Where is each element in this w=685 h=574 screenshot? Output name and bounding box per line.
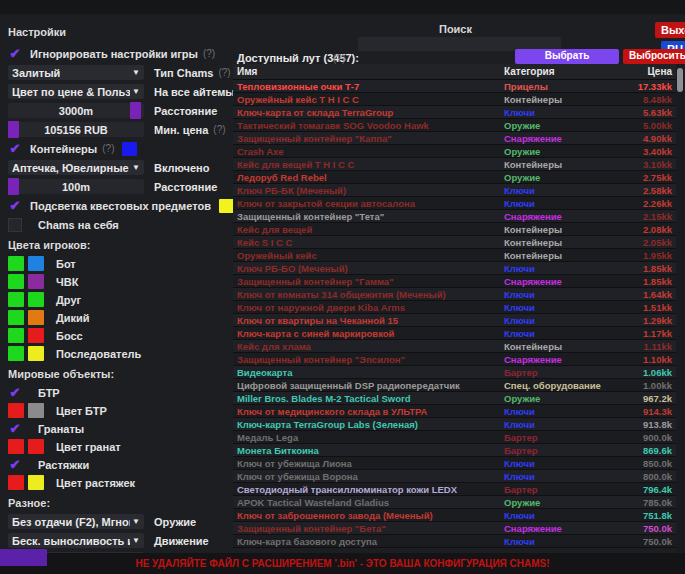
chams-type-value: Залитый [12,67,60,79]
help-hint[interactable]: (?) [333,53,345,64]
table-row[interactable]: Кейс для вещейКонтейнеры2.08kk [233,223,676,236]
invisible-color-swatch[interactable] [28,328,44,343]
table-row[interactable]: Ключ РБ-БК (Меченый)Ключи2.58kk [233,184,676,197]
item-category: Оружие [504,393,614,404]
visible-color-swatch[interactable] [8,256,24,271]
table-row[interactable]: Тепловизионные очки Т-7Прицелы17.33kk [233,80,676,93]
world-object-row: ✔Растяжки [8,457,233,472]
checkbox-unchecked-icon[interactable] [8,218,22,232]
checkbox-checked-icon[interactable]: ✔ [8,458,22,472]
invisible-color-swatch[interactable] [28,346,44,361]
color-swatch[interactable] [8,475,24,490]
table-row[interactable]: Защищенный контейнер "Гамма"Снаряжение1.… [233,275,676,288]
select-kappa-items-button[interactable]: Выбрать предметы каппа [515,49,619,64]
color-swatch[interactable] [28,403,44,418]
table-row[interactable]: Цифровой защищенный DSP радиопередатчикС… [233,379,676,392]
table-row[interactable]: Ключ от убежища ВоронаКлючи800.0k [233,470,676,483]
table-row[interactable]: Кейс для хламаКонтейнеры1.11kk [233,340,676,353]
invisible-color-swatch[interactable] [28,292,44,307]
checkbox-checked-icon[interactable]: ✔ [8,422,22,436]
column-header-category[interactable]: Категория [504,66,614,77]
chams-type-dropdown[interactable]: Залитый ▼ [8,65,144,80]
table-row[interactable]: Ледоруб Red RebelОружие2.75kk [233,171,676,184]
invisible-color-swatch[interactable] [28,310,44,325]
visible-color-swatch[interactable] [8,292,24,307]
help-hint[interactable]: (?) [218,67,230,78]
color-swatch[interactable] [28,475,44,490]
table-scrollbar[interactable] [676,64,684,553]
category-filter-dropdown[interactable]: Аптечка, Ювелирные и... ▼ [8,160,144,175]
scrollbar-thumb[interactable] [677,68,683,92]
containers-color-swatch[interactable] [122,142,137,156]
table-row[interactable]: Защищенный контейнер "Эпсилон"Снаряжение… [233,353,676,366]
invisible-color-swatch[interactable] [28,274,44,289]
table-row[interactable]: Crash AxeОружие3.40kk [233,145,676,158]
table-row[interactable]: Монета БиткоинаБартер869.6k [233,444,676,457]
visible-color-swatch[interactable] [8,310,24,325]
color-swatch[interactable] [8,403,24,418]
checkbox-checked-icon[interactable]: ✔ [8,142,22,156]
slider-handle[interactable] [8,121,19,138]
color-mode-dropdown[interactable]: Цвет по цене & Пользователь ▼ [8,84,144,99]
table-row[interactable]: Оружейный кейс Т Н I С СКонтейнеры8.48kk [233,93,676,106]
item-category: Ключи [504,107,614,118]
checkbox-checked-icon[interactable]: ✔ [8,386,22,400]
item-category: Контейнеры [504,224,614,235]
table-row[interactable]: Тактический томагавк SOG Voodoo HawkОруж… [233,119,676,132]
checkbox-checked-icon[interactable]: ✔ [8,199,22,213]
checkbox-checked-icon[interactable]: ✔ [8,47,22,61]
table-row[interactable]: Медаль LegaБартер900.0k [233,431,676,444]
exit-button[interactable]: Выход [655,22,685,38]
ignore-game-settings-row: ✔ Игнорировать настройки игры (?) [8,46,233,61]
visible-color-swatch[interactable] [8,274,24,289]
distance-slider[interactable]: 3000m [8,103,144,118]
visible-color-swatch[interactable] [8,328,24,343]
table-row[interactable]: Ключ от убежища ЛионаКлючи850.0k [233,457,676,470]
slider-handle[interactable] [8,178,19,195]
color-swatch[interactable] [8,439,24,454]
slider-handle[interactable] [130,102,141,119]
item-name: Ключ от наружной двери Kiba Arms [233,302,504,313]
discard-all-button[interactable]: Выбросить все [623,49,685,64]
table-row[interactable]: Ключ-карта с синей маркировкойКлючи1.17k… [233,327,676,340]
item-name: Оружейный кейс [233,250,504,261]
item-price: 1.64kk [614,289,676,300]
quest-color-swatch[interactable] [219,199,234,213]
invisible-color-swatch[interactable] [28,256,44,271]
min-price-slider[interactable]: 105156 RUB [8,122,144,137]
table-row[interactable]: Ключ-карта от склада TerraGroupКлючи5.63… [233,106,676,119]
item-price: 5.63kk [614,107,676,118]
table-row[interactable]: Оружейный кейсКонтейнеры1.95kk [233,249,676,262]
table-row[interactable]: Ключ-карта TerraGroup Labs (Зеленая)Ключ… [233,418,676,431]
help-hint[interactable]: (?) [213,124,225,135]
table-row[interactable]: Защищенный контейнер "Каппа"Снаряжение4.… [233,132,676,145]
help-hint[interactable]: (?) [102,143,114,154]
table-row[interactable]: Защищенный контейнер "Бета"Снаряжение750… [233,522,676,535]
table-row[interactable]: Ключ-карта базового доступаКлючи750.0k [233,535,676,548]
table-row[interactable]: Ключ от медицинского склада в УЛЬТРАКлюч… [233,405,676,418]
color-swatch[interactable] [28,439,44,454]
misc-dropdown[interactable]: Без отдачи (F2), Мгновенное п▼ [8,514,144,529]
item-price: 1.11kk [614,341,676,352]
table-row[interactable]: Ключ от квартиры на Чеканной 15Ключи1.29… [233,314,676,327]
table-row[interactable]: Ключ РБ-БО (Меченый)Ключи1.85kk [233,262,676,275]
column-header-name[interactable]: Имя [233,66,504,77]
table-row[interactable]: Ключ от наружной двери Kiba ArmsКлючи1.5… [233,301,676,314]
chams-self-label: Chams на себя [38,219,119,231]
visible-color-swatch[interactable] [8,346,24,361]
table-row[interactable]: Светодиодный трансиллюминатор кожи LEDXБ… [233,483,676,496]
table-row[interactable]: Miller Bros. Blades M-2 Tactical SwordОр… [233,392,676,405]
misc-dropdown[interactable]: Беск. выносливость и нет уста▼ [8,533,144,548]
table-row[interactable]: Ключ от закрытой секции автосалонаКлючи2… [233,197,676,210]
table-row[interactable]: Ключ от заброшенного завода (Меченый)Клю… [233,509,676,522]
column-header-price[interactable]: Цена [614,66,676,77]
table-row[interactable]: Защищенный контейнер "Тета"Снаряжение2.1… [233,210,676,223]
table-row[interactable]: Кейс S I C CКонтейнеры2.05kk [233,236,676,249]
table-row[interactable]: APOK Tactical Wasteland GladiusОружие785… [233,496,676,509]
container-distance-slider[interactable]: 100m [8,179,144,194]
table-row[interactable]: Кейс для вещей Т Н I С СКонтейнеры3.10kk [233,158,676,171]
chams-config-window: Настройки ✔ Игнорировать настройки игры … [0,0,685,574]
table-row[interactable]: Ключ от комнаты 314 общежития (Меченый)К… [233,288,676,301]
table-row[interactable]: ВидеокартаБартер1.06kk [233,366,676,379]
help-hint[interactable]: (?) [203,48,215,59]
